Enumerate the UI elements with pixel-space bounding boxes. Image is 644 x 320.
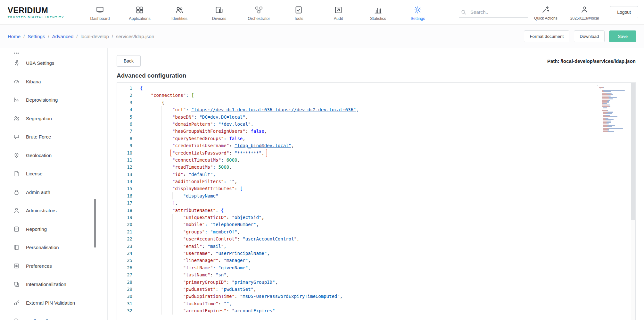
line-number: 3 — [117, 99, 132, 106]
code-line-4[interactable]: 4"url": "ldaps://dev-dc1.dev.local:636 l… — [117, 106, 635, 113]
code-line-22[interactable]: 22"userAccountControl": "userAccountCont… — [117, 235, 635, 242]
code-line-21[interactable]: 21"groups": "memberOf", — [117, 228, 635, 235]
sidebar-item-admin-auth[interactable]: Admin auth — [0, 183, 97, 202]
user-menu[interactable]: 20250113@local — [564, 4, 605, 21]
code-line-1[interactable]: 1{ — [117, 85, 635, 92]
save-button[interactable]: Save — [609, 30, 636, 42]
editor-scrollbar[interactable] — [631, 83, 635, 320]
sidebar-item-personalisation[interactable]: Personalisation — [0, 238, 97, 257]
back-button[interactable]: Back — [117, 55, 141, 67]
global-search[interactable] — [459, 7, 528, 18]
code-line-2[interactable]: 2"connections": [ — [117, 92, 635, 99]
logout-button[interactable]: Logout — [610, 6, 638, 18]
json-code-editor[interactable]: 1{2"connections": [3{4"url": "ldaps://de… — [117, 82, 636, 320]
users-icon — [13, 115, 20, 122]
gauge-icon — [13, 79, 20, 85]
code-line-14[interactable]: 14"additionalFilters": "", — [117, 178, 635, 185]
sidebar-item-preferences[interactable]: Preferences — [0, 257, 97, 275]
minimap-line — [603, 123, 609, 124]
code-line-13[interactable]: 13"id": "default", — [117, 171, 635, 178]
code-line-7[interactable]: 7"hasGroupsWithForeignUsers": false, — [117, 128, 635, 135]
magic-wand-icon — [542, 6, 549, 13]
sidebar-item-kibana[interactable]: Kibana — [0, 72, 97, 91]
sidebar-item-internationalization[interactable]: Internationalization — [0, 275, 97, 294]
nav-item-label: Tools — [294, 16, 303, 21]
sidebar-item-administrators[interactable]: Administrators — [0, 201, 97, 220]
main-panel: Back Path: /local-develop/services/ldap.… — [107, 48, 644, 320]
code-line-30[interactable]: 30"pwdExpirationTime": "msDS-UserPasswor… — [117, 293, 635, 300]
code-line-8[interactable]: 8"queryNestedGroups": false, — [117, 135, 635, 142]
users-icon — [175, 6, 184, 14]
quick-actions-label: Quick Actions — [534, 16, 557, 21]
monitor-icon — [96, 6, 104, 14]
code-line-27[interactable]: 27"lastName": "sn", — [117, 271, 635, 278]
line-number: 30 — [117, 293, 132, 300]
code-line-20[interactable]: 20"mobile": "telephoneNumber", — [117, 221, 635, 228]
ellipsis-icon — [13, 50, 19, 54]
code-line-6[interactable]: 6"domainPattern": "*dev.local", — [117, 121, 635, 128]
editor-scrollbar-thumb[interactable] — [631, 83, 635, 220]
code-line-16[interactable]: 16"displayName" — [117, 192, 635, 199]
sidebar-item-radius-client[interactable]: Radius Client — [0, 312, 97, 320]
breadcrumb: Home/Settings/Advanced/local-develop/ser… — [8, 34, 154, 39]
breadcrumb-item-settings[interactable]: Settings — [28, 34, 45, 39]
document-actions: Format document Download Save — [524, 30, 636, 42]
nav-item-label: Dashboard — [90, 16, 110, 21]
sidebar-item-label: Administrators — [26, 208, 57, 213]
nav-item-statistics[interactable]: Statistics — [358, 4, 398, 21]
quick-actions-button[interactable]: Quick Actions — [528, 4, 564, 21]
code-line-31[interactable]: 31"lockoutTime": "", — [117, 300, 635, 307]
code-line-23[interactable]: 23"email": "mail", — [117, 243, 635, 250]
code-line-19[interactable]: 19"uniqueStaticID": "objectSid", — [117, 214, 635, 221]
code-line-18[interactable]: 18"attributeNames": { — [117, 207, 635, 214]
breadcrumb-item-home[interactable]: Home — [8, 34, 21, 39]
page-title: Advanced configuration — [117, 72, 636, 79]
code-line-32[interactable]: 32"accountExpires": "accountExpires" — [117, 307, 635, 314]
sidebar-item-deprovisioning[interactable]: Deprovisioning — [0, 91, 97, 109]
code-line-29[interactable]: 29"pwdLastSet": "pwdLastSet", — [117, 286, 635, 293]
minimap-line — [603, 129, 609, 130]
editor-minimap[interactable] — [598, 85, 628, 132]
sidebar-scrollbar[interactable] — [94, 199, 96, 248]
minimap-line — [603, 116, 617, 117]
download-button[interactable]: Download — [574, 30, 605, 42]
nav-item-tools[interactable]: Tools — [279, 4, 318, 21]
code-line-26[interactable]: 26"firstName": "givenName", — [117, 264, 635, 271]
nav-item-identities[interactable]: Identities — [160, 4, 199, 21]
code-line-28[interactable]: 28"primaryGroupID": "primaryGroupID", — [117, 279, 635, 286]
nav-item-dashboard[interactable]: Dashboard — [80, 4, 120, 21]
code-line-25[interactable]: 25"lineManager": "manager", — [117, 257, 635, 264]
sidebar-item-external-pin-validation[interactable]: External PIN Validation — [0, 294, 97, 312]
sidebar-item-segregation[interactable]: Segregation — [0, 109, 97, 128]
sidebar-item-license[interactable]: License — [0, 164, 97, 183]
code-line-17[interactable]: 17], — [117, 199, 635, 206]
minimap-line — [602, 90, 625, 91]
code-line-24[interactable]: 24"username": "userPrincipalName", — [117, 250, 635, 257]
code-line-11[interactable]: 11"connectTimeoutMs": 6000, — [117, 156, 635, 164]
code-line-12[interactable]: 12"readTimeoutMs": 5000, — [117, 164, 635, 171]
minimap-line — [602, 100, 610, 101]
nav-item-applications[interactable]: Applications — [120, 4, 160, 21]
brand-name: VERIDIUM — [8, 6, 72, 15]
code-line-5[interactable]: 5"baseDN": "DC=dev,DC=local", — [117, 114, 635, 121]
nav-item-settings[interactable]: Settings — [398, 4, 438, 21]
doc-icon — [13, 171, 20, 177]
code-line-9[interactable]: 9"credentialsUsername": "ldap_bind@dev.l… — [117, 142, 635, 149]
sidebar-item-geolocation[interactable]: Geolocation — [0, 146, 97, 165]
copy-icon — [13, 281, 20, 287]
code-line-3[interactable]: 3{ — [117, 99, 635, 106]
key-icon — [13, 300, 20, 306]
sidebar-item-reporting[interactable]: Reporting — [0, 220, 97, 239]
settings-sidebar: UBA SettingsKibanaDeprovisioningSegregat… — [0, 48, 97, 320]
code-line-10[interactable]: 10"credentialsPassword": "********", — [117, 149, 635, 156]
format-document-button[interactable]: Format document — [524, 30, 569, 42]
code-line-15[interactable]: 15"displayNameAttributes": [ — [117, 185, 635, 192]
sidebar-item-brute-force[interactable]: Brute Force — [0, 128, 97, 146]
breadcrumb-item-advanced[interactable]: Advanced — [52, 34, 74, 39]
nav-item-devices[interactable]: Devices — [199, 4, 239, 21]
minimap-line — [602, 105, 610, 105]
nav-item-audit[interactable]: Audit — [318, 4, 358, 21]
nav-item-orchestrator[interactable]: Orchestrator — [239, 4, 279, 21]
search-input[interactable] — [470, 9, 520, 15]
sidebar-item-uba-settings[interactable]: UBA Settings — [0, 54, 97, 72]
